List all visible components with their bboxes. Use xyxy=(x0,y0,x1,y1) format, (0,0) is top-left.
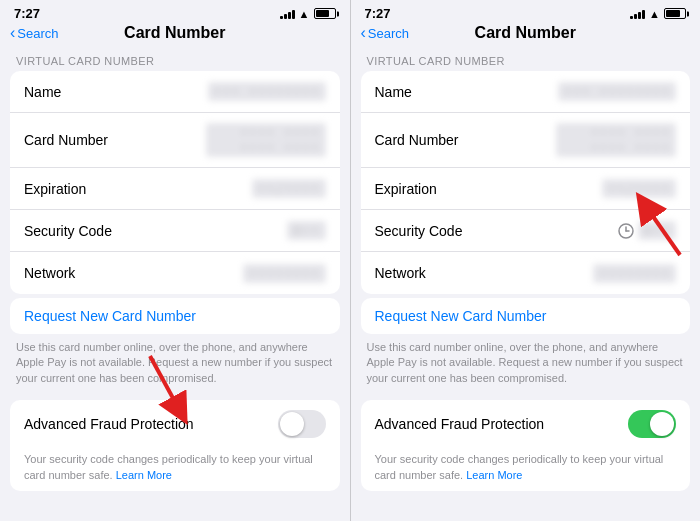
toggle-thumb-left xyxy=(280,412,304,436)
row-label-network-left: Network xyxy=(24,265,75,281)
toggle-row-left: Advanced Fraud Protection xyxy=(10,400,340,448)
content-left: VIRTUAL CARD NUMBER Name ••• •••••••• Ca… xyxy=(0,47,350,521)
row-value-cardnumber-left: •••• •••• •••• •••• xyxy=(206,123,326,157)
row-label-name-right: Name xyxy=(375,84,412,100)
table-row: Expiration ••/•••• xyxy=(361,168,691,210)
row-label-expiry-right: Expiration xyxy=(375,181,437,197)
card-group-right: Name ••• •••••••• Card Number •••• •••• … xyxy=(361,71,691,294)
status-icons-left: ▲ xyxy=(280,8,336,20)
time-left: 7:27 xyxy=(14,6,40,21)
battery-icon-right xyxy=(664,8,686,19)
wifi-icon-left: ▲ xyxy=(299,8,310,20)
back-button-left[interactable]: ‹ Search xyxy=(10,25,59,41)
toggle-description-right: Your security code changes periodically … xyxy=(361,448,691,491)
row-label-cardnumber-left: Card Number xyxy=(24,132,108,148)
content-right: VIRTUAL CARD NUMBER Name ••• •••••••• Ca… xyxy=(351,47,701,521)
description-left: Use this card number online, over the ph… xyxy=(10,334,340,392)
status-bar-right: 7:27 ▲ xyxy=(351,0,701,23)
nav-bar-right: ‹ Search Card Number xyxy=(351,23,701,47)
table-row: Name ••• •••••••• xyxy=(361,71,691,113)
learn-more-right[interactable]: Learn More xyxy=(466,469,522,481)
row-value-expiry-right: ••/•••• xyxy=(602,179,676,198)
page-title-left: Card Number xyxy=(124,24,225,42)
section-label-right: VIRTUAL CARD NUMBER xyxy=(361,47,691,71)
chevron-left-icon-right: ‹ xyxy=(361,25,366,41)
back-label-right: Search xyxy=(368,26,409,41)
row-label-cardnumber-right: Card Number xyxy=(375,132,459,148)
left-panel: 7:27 ▲ ‹ Search Card Number VIRTUAL CARD… xyxy=(0,0,350,521)
back-button-right[interactable]: ‹ Search xyxy=(361,25,410,41)
row-value-network-left: •••••••• xyxy=(243,264,326,283)
toggle-section-left: Advanced Fraud Protection Your security … xyxy=(10,400,340,491)
toggle-row-right: Advanced Fraud Protection xyxy=(361,400,691,448)
fraud-protection-toggle-left[interactable] xyxy=(278,410,326,438)
learn-more-left[interactable]: Learn More xyxy=(116,469,172,481)
row-value-cardnumber-right: •••• •••• •••• •••• xyxy=(556,123,676,157)
table-row: Security Code 0•• xyxy=(10,210,340,252)
toggle-label-right: Advanced Fraud Protection xyxy=(375,416,545,432)
status-icons-right: ▲ xyxy=(630,8,686,20)
row-label-expiry-left: Expiration xyxy=(24,181,86,197)
table-row: Expiration ••/•••• xyxy=(10,168,340,210)
back-label-left: Search xyxy=(17,26,58,41)
request-link-right[interactable]: Request New Card Number xyxy=(361,298,691,334)
signal-icon-left xyxy=(280,9,295,19)
toggle-section-right: Advanced Fraud Protection Your security … xyxy=(361,400,691,491)
right-panel: 7:27 ▲ ‹ Search Card Number VIRTUAL CARD… xyxy=(350,0,701,521)
table-row: Network •••••••• xyxy=(10,252,340,294)
toggle-label-left: Advanced Fraud Protection xyxy=(24,416,194,432)
signal-icon-right xyxy=(630,9,645,19)
table-row: Name ••• •••••••• xyxy=(10,71,340,113)
description-right: Use this card number online, over the ph… xyxy=(361,334,691,392)
row-value-expiry-left: ••/•••• xyxy=(252,179,326,198)
time-right: 7:27 xyxy=(365,6,391,21)
chevron-left-icon: ‹ xyxy=(10,25,15,41)
nav-bar-left: ‹ Search Card Number xyxy=(0,23,350,47)
card-group-left: Name ••• •••••••• Card Number •••• •••• … xyxy=(10,71,340,294)
request-link-left[interactable]: Request New Card Number xyxy=(10,298,340,334)
table-row: Security Code 0•• xyxy=(361,210,691,252)
section-label-left: VIRTUAL CARD NUMBER xyxy=(10,47,340,71)
clock-icon xyxy=(618,223,634,239)
wifi-icon-right: ▲ xyxy=(649,8,660,20)
fraud-protection-toggle-right[interactable] xyxy=(628,410,676,438)
row-label-security-left: Security Code xyxy=(24,223,112,239)
table-row: Network •••••••• xyxy=(361,252,691,294)
row-value-security-left: 0•• xyxy=(287,221,325,240)
table-row: Card Number •••• •••• •••• •••• xyxy=(361,113,691,168)
toggle-description-left: Your security code changes periodically … xyxy=(10,448,340,491)
row-value-network-right: •••••••• xyxy=(593,264,676,283)
row-value-name-right: ••• •••••••• xyxy=(558,82,676,101)
toggle-thumb-right xyxy=(650,412,674,436)
row-label-name-left: Name xyxy=(24,84,61,100)
row-label-network-right: Network xyxy=(375,265,426,281)
row-label-security-right: Security Code xyxy=(375,223,463,239)
security-row-right: 0•• xyxy=(618,221,676,240)
status-bar-left: 7:27 ▲ xyxy=(0,0,350,23)
battery-icon-left xyxy=(314,8,336,19)
table-row: Card Number •••• •••• •••• •••• xyxy=(10,113,340,168)
row-value-name-left: ••• •••••••• xyxy=(208,82,326,101)
page-title-right: Card Number xyxy=(475,24,576,42)
row-value-security-right: 0•• xyxy=(638,221,676,240)
